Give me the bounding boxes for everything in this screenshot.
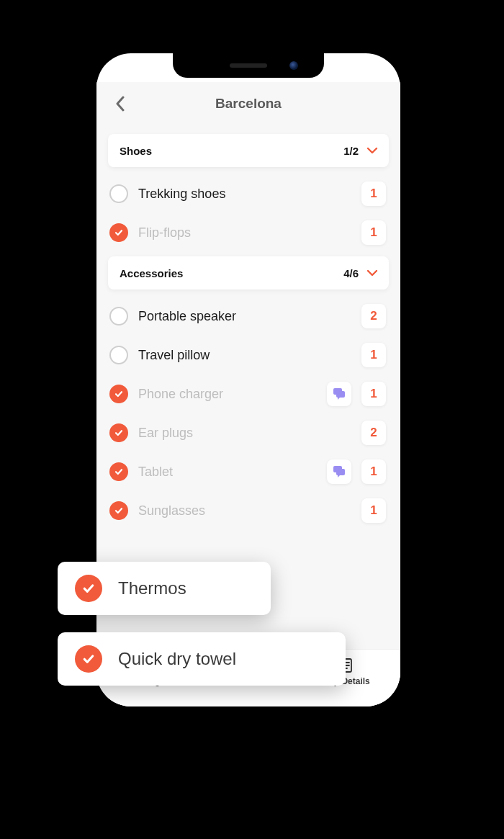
list-item[interactable]: Phone charger 1 — [108, 374, 389, 413]
quantity-badge[interactable]: 1 — [361, 220, 386, 245]
float-card-thermos: Thermos — [58, 562, 271, 615]
check-icon — [81, 581, 96, 596]
check-icon — [114, 428, 124, 438]
quantity-badge[interactable]: 2 — [361, 421, 386, 445]
item-label: Phone charger — [138, 387, 317, 402]
check-icon — [81, 652, 96, 666]
section-header-right: 1/2 — [343, 144, 379, 157]
phone-notch — [173, 53, 324, 78]
checkbox-checked[interactable] — [109, 385, 128, 403]
item-label: Thermos — [118, 578, 186, 598]
section-title: Accessories — [120, 267, 183, 279]
item-label: Quick dry towel — [118, 649, 236, 669]
chevron-left-icon — [115, 96, 125, 112]
quantity-badge[interactable]: 1 — [361, 498, 386, 523]
list-item[interactable]: Travel pillow 1 — [108, 336, 389, 374]
quantity-badge[interactable]: 1 — [361, 459, 386, 484]
item-label: Trekking shoes — [138, 187, 351, 202]
item-label: Sunglasses — [138, 503, 351, 519]
list-item[interactable]: Ear plugs 2 — [108, 413, 389, 452]
checkbox-checked[interactable] — [75, 575, 102, 602]
comment-badge[interactable] — [327, 382, 351, 406]
list-item[interactable]: Flip-flops 1 — [108, 213, 389, 252]
notch-camera — [289, 61, 298, 70]
section-header-shoes[interactable]: Shoes 1/2 — [108, 134, 389, 167]
list-item[interactable]: Tablet 1 — [108, 452, 389, 491]
list-item[interactable]: Trekking shoes 1 — [108, 174, 389, 213]
checkbox-unchecked[interactable] — [109, 346, 128, 364]
back-button[interactable] — [109, 93, 131, 115]
item-label: Flip-flops — [138, 225, 351, 241]
section-header-right: 4/6 — [343, 266, 379, 279]
item-label: Ear plugs — [138, 426, 351, 441]
checkbox-unchecked[interactable] — [109, 307, 128, 326]
checkbox-checked[interactable] — [109, 462, 128, 481]
section-title: Shoes — [120, 145, 152, 157]
chevron-down-icon — [366, 144, 379, 157]
checkbox-checked[interactable] — [109, 223, 128, 242]
check-icon — [114, 389, 124, 399]
notch-speaker — [230, 63, 267, 68]
item-label: Travel pillow — [138, 348, 351, 363]
section-count: 4/6 — [343, 267, 359, 279]
quantity-badge[interactable]: 2 — [361, 304, 386, 328]
comment-icon — [332, 387, 346, 401]
svg-rect-3 — [336, 469, 345, 475]
item-label: Tablet — [138, 465, 317, 480]
check-icon — [114, 467, 124, 477]
checkbox-checked[interactable] — [109, 423, 128, 442]
list-item[interactable]: Portable speaker 2 — [108, 297, 389, 336]
phone-frame: Barcelona Shoes 1/2 Trekking shoes — [86, 43, 410, 717]
list-item[interactable]: Sunglasses 1 — [108, 491, 389, 530]
app-header: Barcelona — [96, 82, 400, 125]
page-title: Barcelona — [215, 96, 282, 112]
comment-icon — [332, 465, 346, 479]
quantity-badge[interactable]: 1 — [361, 382, 386, 406]
chevron-down-icon — [366, 266, 379, 279]
comment-badge[interactable] — [327, 459, 351, 484]
checkbox-checked[interactable] — [75, 645, 102, 673]
float-card-towel: Quick dry towel — [58, 632, 346, 686]
check-icon — [114, 506, 124, 516]
quantity-badge[interactable]: 1 — [361, 343, 386, 367]
checkbox-unchecked[interactable] — [109, 184, 128, 203]
checkbox-checked[interactable] — [109, 501, 128, 520]
check-icon — [114, 228, 124, 238]
item-label: Portable speaker — [138, 309, 351, 324]
svg-rect-1 — [336, 391, 345, 398]
section-count: 1/2 — [343, 145, 359, 157]
quantity-badge[interactable]: 1 — [361, 181, 386, 206]
section-header-accessories[interactable]: Accessories 4/6 — [108, 256, 389, 290]
